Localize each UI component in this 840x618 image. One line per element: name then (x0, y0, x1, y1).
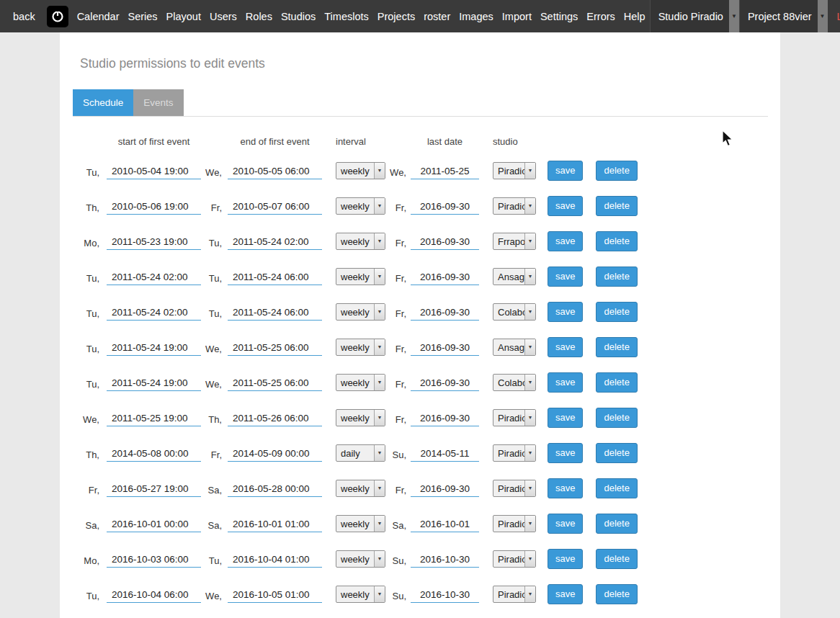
tab-schedule[interactable]: Schedule (73, 89, 133, 116)
app-logo-icon[interactable] (47, 6, 68, 27)
nav-item-playout[interactable]: Playout (162, 11, 205, 22)
end-datetime-input[interactable] (228, 374, 322, 391)
studio-select[interactable]: Piradio ▼ (493, 480, 536, 497)
end-datetime-input[interactable] (228, 409, 322, 426)
start-datetime-input[interactable] (107, 444, 201, 462)
start-datetime-input[interactable] (107, 409, 201, 426)
end-datetime-input[interactable] (228, 586, 322, 603)
chevron-down-icon[interactable]: ▼ (729, 0, 739, 32)
interval-select[interactable]: weekly ▼ (336, 409, 385, 426)
interval-select[interactable]: weekly ▼ (336, 268, 385, 285)
end-datetime-input[interactable] (228, 339, 322, 356)
start-datetime-input[interactable] (107, 480, 201, 497)
end-datetime-input[interactable] (228, 162, 322, 179)
studio-select[interactable]: Colabo ▼ (493, 303, 536, 321)
interval-select[interactable]: weekly ▼ (336, 374, 385, 391)
save-button[interactable]: save (548, 337, 583, 357)
end-datetime-input[interactable] (228, 303, 322, 321)
project-selector-dropdown[interactable]: Project 88vier ▼ (739, 0, 828, 32)
nav-item-help[interactable]: Help (620, 11, 650, 22)
studio-select[interactable]: Piradio ▼ (493, 197, 536, 215)
start-datetime-input[interactable] (107, 268, 201, 285)
delete-button[interactable]: delete (596, 584, 637, 604)
last-date-input[interactable] (411, 515, 479, 532)
delete-button[interactable]: delete (596, 408, 637, 428)
logout-link[interactable]: Logout (828, 0, 840, 32)
delete-button[interactable]: delete (596, 514, 637, 534)
studio-select[interactable]: Colabo ▼ (493, 374, 536, 391)
end-datetime-input[interactable] (228, 233, 322, 250)
last-date-input[interactable] (411, 303, 479, 321)
studio-select[interactable]: Ansage ▼ (493, 268, 536, 285)
start-datetime-input[interactable] (107, 233, 201, 250)
interval-select[interactable]: weekly ▼ (336, 480, 385, 497)
delete-button[interactable]: delete (596, 302, 637, 322)
save-button[interactable]: save (548, 267, 583, 287)
save-button[interactable]: save (548, 231, 583, 251)
nav-item-timeslots[interactable]: Timeslots (320, 11, 373, 22)
nav-item-images[interactable]: Images (455, 11, 498, 22)
nav-item-projects[interactable]: Projects (373, 11, 419, 22)
last-date-input[interactable] (411, 374, 479, 391)
interval-select[interactable]: weekly ▼ (336, 586, 385, 603)
interval-select[interactable]: weekly ▼ (336, 197, 385, 215)
last-date-input[interactable] (411, 197, 479, 215)
delete-button[interactable]: delete (596, 196, 637, 216)
tab-events[interactable]: Events (133, 89, 183, 116)
save-button[interactable]: save (548, 196, 583, 216)
studio-select[interactable]: Piradio ▼ (493, 550, 536, 568)
interval-select[interactable]: weekly ▼ (336, 515, 385, 532)
delete-button[interactable]: delete (596, 478, 637, 498)
nav-item-errors[interactable]: Errors (582, 11, 619, 22)
end-datetime-input[interactable] (228, 480, 322, 497)
interval-select[interactable]: weekly ▼ (336, 162, 385, 179)
save-button[interactable]: save (548, 514, 583, 534)
nav-item-studios[interactable]: Studios (277, 11, 320, 22)
delete-button[interactable]: delete (596, 161, 637, 181)
save-button[interactable]: save (548, 443, 583, 463)
studio-select[interactable]: Piradio ▼ (493, 162, 536, 179)
save-button[interactable]: save (548, 372, 583, 393)
last-date-input[interactable] (411, 233, 479, 250)
last-date-input[interactable] (411, 480, 479, 497)
delete-button[interactable]: delete (596, 549, 637, 569)
delete-button[interactable]: delete (596, 372, 637, 393)
end-datetime-input[interactable] (228, 268, 322, 285)
interval-select[interactable]: weekly ▼ (336, 233, 385, 250)
last-date-input[interactable] (411, 586, 479, 603)
last-date-input[interactable] (411, 339, 479, 356)
start-datetime-input[interactable] (107, 303, 201, 321)
start-datetime-input[interactable] (107, 515, 201, 532)
start-datetime-input[interactable] (107, 550, 201, 568)
end-datetime-input[interactable] (228, 550, 322, 568)
back-link[interactable]: back (0, 11, 45, 22)
interval-select[interactable]: weekly ▼ (336, 550, 385, 568)
start-datetime-input[interactable] (107, 586, 201, 603)
last-date-input[interactable] (411, 550, 479, 568)
last-date-input[interactable] (411, 268, 479, 285)
nav-item-import[interactable]: Import (498, 11, 536, 22)
end-datetime-input[interactable] (228, 197, 322, 215)
nav-item-roles[interactable]: Roles (241, 11, 277, 22)
end-datetime-input[interactable] (228, 515, 322, 532)
last-date-input[interactable] (411, 409, 479, 426)
interval-select[interactable]: daily ▼ (336, 444, 385, 462)
save-button[interactable]: save (548, 408, 583, 428)
start-datetime-input[interactable] (107, 162, 201, 179)
chevron-down-icon[interactable]: ▼ (818, 0, 828, 32)
nav-item-calendar[interactable]: Calendar (73, 11, 124, 22)
interval-select[interactable]: weekly ▼ (336, 339, 385, 356)
end-datetime-input[interactable] (228, 444, 322, 462)
studio-select[interactable]: Piradio ▼ (493, 444, 536, 462)
save-button[interactable]: save (548, 478, 583, 498)
studio-selector-dropdown[interactable]: Studio Piradio ▼ (650, 0, 739, 32)
save-button[interactable]: save (548, 584, 583, 604)
start-datetime-input[interactable] (107, 197, 201, 215)
start-datetime-input[interactable] (107, 339, 201, 356)
save-button[interactable]: save (548, 161, 583, 181)
last-date-input[interactable] (411, 162, 479, 179)
last-date-input[interactable] (411, 444, 479, 462)
nav-item-users[interactable]: Users (205, 11, 241, 22)
start-datetime-input[interactable] (107, 374, 201, 391)
delete-button[interactable]: delete (596, 337, 637, 357)
